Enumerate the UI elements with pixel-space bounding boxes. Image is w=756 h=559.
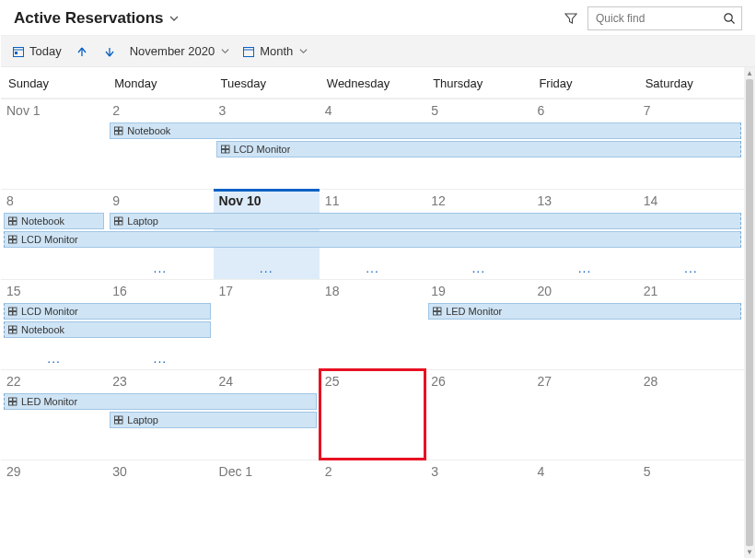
today-label: Today: [29, 44, 62, 58]
svg-rect-44: [119, 416, 122, 420]
date-number: 4: [537, 464, 632, 479]
calendar-icon: [12, 45, 25, 58]
more-events-button[interactable]: ...: [366, 261, 379, 275]
calendar-event[interactable]: Notebook: [4, 213, 104, 229]
date-number: 6: [537, 103, 632, 118]
calendar-event[interactable]: Laptop: [110, 412, 317, 428]
calendar-event[interactable]: Notebook: [4, 321, 211, 338]
svg-rect-21: [115, 222, 119, 226]
calendar-cell[interactable]: 25: [320, 369, 425, 460]
more-events-button[interactable]: ...: [684, 261, 698, 275]
calendar-cell[interactable]: 22: [1, 369, 107, 460]
date-number: 25: [325, 374, 420, 389]
page-title: Active Reservations: [14, 9, 164, 28]
svg-rect-5: [244, 47, 254, 56]
date-number: 15: [6, 284, 101, 298]
calendar-cell[interactable]: 2: [107, 99, 213, 189]
calendar-icon: [242, 45, 255, 58]
event-label: Laptop: [127, 215, 158, 227]
calendar-cell[interactable]: Dec 1: [214, 460, 320, 550]
calendar-cell[interactable]: 21: [638, 279, 744, 369]
more-events-button[interactable]: ...: [154, 351, 168, 366]
svg-point-0: [725, 13, 732, 20]
calendar-cell[interactable]: 17: [214, 279, 320, 369]
app-root: Active Reservations Today: [0, 0, 756, 559]
more-events-button[interactable]: ...: [47, 351, 61, 366]
more-events-button[interactable]: ...: [154, 261, 168, 275]
calendar: SundayMondayTuesdayWednesdayThursdayFrid…: [1, 67, 744, 558]
calendar-cell[interactable]: 27: [531, 369, 637, 460]
today-button[interactable]: Today: [12, 44, 62, 58]
day-header: Thursday: [425, 67, 531, 98]
svg-rect-10: [119, 132, 122, 135]
scroll-up-icon[interactable]: ▲: [744, 67, 755, 79]
svg-rect-8: [119, 127, 122, 131]
vertical-scrollbar[interactable]: ▲ ▼: [744, 67, 755, 558]
more-events-button[interactable]: ...: [260, 261, 273, 275]
calendar-event[interactable]: LCD Monitor: [216, 141, 741, 157]
scroll-track[interactable]: [744, 79, 755, 546]
search-input[interactable]: [594, 11, 714, 26]
svg-rect-37: [434, 312, 437, 316]
date-number: 26: [431, 374, 526, 389]
prev-button[interactable]: [75, 46, 89, 57]
arrow-down-icon: [104, 46, 115, 57]
svg-rect-45: [115, 421, 119, 425]
date-number: 2: [112, 103, 207, 118]
today-indicator-bar: [214, 189, 320, 192]
reservation-icon: [8, 235, 17, 244]
svg-rect-9: [115, 132, 119, 135]
view-mode-picker[interactable]: Month: [242, 44, 308, 58]
calendar-event[interactable]: Laptop: [110, 213, 741, 229]
month-year-picker[interactable]: November 2020: [130, 44, 230, 58]
event-label: Notebook: [127, 125, 170, 136]
event-label: Notebook: [21, 215, 64, 227]
calendar-cell[interactable]: Nov 1: [1, 99, 107, 189]
date-number: 3: [431, 464, 526, 479]
calendar-cell[interactable]: 3: [425, 460, 531, 550]
scroll-down-icon[interactable]: ▼: [744, 546, 755, 558]
calendar-event[interactable]: LED Monitor: [4, 393, 317, 410]
date-number: Nov 1: [6, 103, 101, 118]
more-events-button[interactable]: ...: [471, 261, 485, 275]
calendar-event[interactable]: LCD Monitor: [4, 231, 741, 248]
date-number: 22: [6, 374, 101, 389]
svg-rect-19: [115, 217, 119, 221]
calendar-cell[interactable]: 28: [638, 369, 744, 460]
svg-rect-31: [9, 326, 13, 330]
date-number: 13: [537, 193, 632, 208]
more-events-button[interactable]: ...: [578, 261, 592, 275]
svg-line-1: [731, 20, 734, 23]
calendar-cell[interactable]: 26: [425, 369, 531, 460]
date-number: 9: [112, 193, 207, 208]
day-header: Tuesday: [214, 67, 320, 98]
date-number: 17: [219, 284, 314, 298]
scroll-thumb[interactable]: [746, 79, 753, 546]
calendar-cell[interactable]: 30: [107, 460, 213, 550]
next-button[interactable]: [102, 46, 117, 57]
search-icon[interactable]: [723, 12, 736, 25]
calendar-event[interactable]: LED Monitor: [428, 303, 741, 320]
calendar-event[interactable]: LCD Monitor: [4, 303, 211, 320]
calendar-cell[interactable]: 5: [638, 460, 744, 550]
view-selector[interactable]: Active Reservations: [14, 9, 179, 28]
svg-rect-16: [13, 217, 17, 221]
day-headers-row: SundayMondayTuesdayWednesdayThursdayFrid…: [1, 67, 744, 99]
date-number: 14: [644, 193, 739, 208]
calendar-cell[interactable]: 4: [531, 460, 637, 550]
calendar-cell[interactable]: 20: [531, 279, 637, 369]
calendar-cell[interactable]: 18: [320, 279, 425, 369]
filter-icon[interactable]: [564, 11, 578, 26]
day-header: Sunday: [1, 67, 107, 98]
calendar-cell[interactable]: 19: [425, 279, 531, 369]
calendar-cell[interactable]: 29: [1, 460, 107, 550]
svg-rect-25: [9, 240, 13, 244]
svg-rect-34: [13, 331, 17, 334]
calendar-cell[interactable]: 2: [320, 460, 425, 550]
view-mode-label: Month: [260, 44, 293, 58]
calendar-event[interactable]: Notebook: [110, 122, 741, 139]
date-number: 29: [6, 464, 101, 479]
chevron-down-icon: [299, 47, 308, 55]
svg-rect-42: [13, 402, 17, 406]
search-box[interactable]: [587, 6, 742, 30]
